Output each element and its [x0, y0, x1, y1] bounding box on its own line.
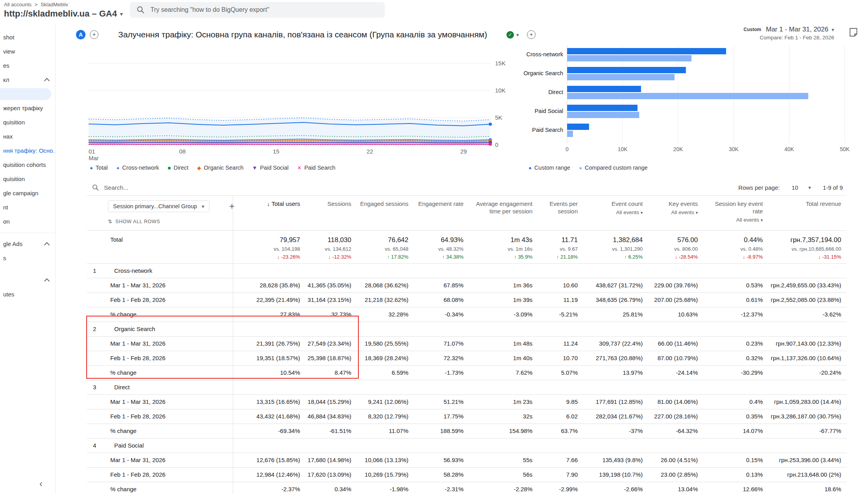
total-metric-cell: 576.00vs. 806.00↓ -28.54% [648, 230, 703, 263]
sidebar-collapse-button[interactable]: ‹ [39, 478, 43, 489]
dimension-selector[interactable]: Session primary...Channel Group ▾ [108, 200, 210, 212]
metric-cell: 32s [469, 409, 538, 424]
metric-cell: 10,066 (13.13%) [357, 453, 414, 467]
insights-icon[interactable] [848, 27, 859, 39]
metric-cell: 0.35% [703, 409, 768, 424]
row-label: Feb 1 - Feb 28, 2026 [87, 467, 233, 482]
metric-cell: 0.34% [306, 482, 357, 494]
group-header-row: 1Cross-network [87, 263, 847, 278]
date-range-picker[interactable]: Custom Mar 1 - Mar 31, 2026 ▾ Compare: F… [744, 26, 834, 41]
sidebar-item[interactable]: gle Ads [0, 237, 55, 251]
dimension-header-cell: Session primary...Channel Group ▾ + ⇅ SH… [87, 196, 233, 230]
add-comparison-button[interactable]: + [90, 30, 98, 39]
breadcrumb[interactable]: All accounts > SkladMebliv [4, 2, 122, 7]
metric-cell: -5.21% [538, 307, 583, 322]
sidebar-item[interactable]: нах [0, 130, 55, 144]
column-header[interactable]: Event countAll events ▾ [583, 196, 648, 230]
metric-cell: 12,984 (12.46%) [233, 467, 306, 482]
metric-cell: 23.00 (2.85%) [648, 467, 703, 482]
column-filter-dropdown[interactable]: All events ▾ [648, 209, 698, 216]
column-filter-dropdown[interactable]: All events ▾ [583, 209, 643, 216]
metric-cell: грн.1,059,283.00 (14.4%) [768, 394, 847, 409]
total-metric-cell: 11.71vs. 9.67↑ 21.18% [538, 230, 583, 263]
series-marker-icon: ● [117, 165, 120, 171]
compare-range: Compare: Feb 1 - Feb 28, 2026 [744, 35, 834, 41]
sidebar-item[interactable]: utes [0, 287, 55, 302]
sidebar-item[interactable]: es [0, 59, 55, 73]
sidebar-item[interactable]: кл [0, 73, 55, 87]
table-search-bar[interactable]: Search... Rows per page: 10 ▾ 1-9 of 9 [87, 180, 847, 196]
down-arrow-icon: ↓ [743, 254, 746, 260]
metric-cell: 19,351 (18.57%) [233, 351, 306, 365]
total-metric-cell: 0.44%vs. 0.48%↓ -8.97% [703, 230, 768, 263]
metric-cell: грн.2,459,655.00 (33.43%) [768, 278, 847, 292]
table-row: % change-69.34%-61.51%11.07%188.59%154.9… [87, 424, 847, 438]
breadcrumb-all-accounts[interactable]: All accounts [4, 2, 32, 7]
metric-cell: 7.62% [469, 365, 538, 380]
series-marker-icon: ◆ [197, 165, 201, 171]
column-header[interactable]: Key eventsAll events ▾ [648, 196, 703, 230]
svg-text:0: 0 [566, 146, 569, 152]
metric-cell: 9,241 (12.06%) [357, 394, 414, 409]
sidebar-item[interactable]: on [0, 215, 55, 229]
global-search-input[interactable]: Try searching "how to do BigQuery export… [130, 2, 385, 18]
search-icon [92, 184, 99, 191]
metric-cell: грн.2,552,085.00 (23.88%) [768, 292, 847, 307]
sidebar-item[interactable]: shot [0, 30, 55, 44]
column-header[interactable]: Sessions [306, 196, 357, 230]
sidebar-item[interactable]: gle campaign [0, 186, 55, 200]
metric-cell: 0.23% [703, 336, 768, 351]
group-label: 3Direct [87, 380, 233, 394]
show-all-rows-button[interactable]: ⇅ SHOW ALL ROWS [108, 218, 233, 224]
rows-per-page-select[interactable]: 10 ▾ [792, 184, 811, 191]
table-row: % change-2.37%0.34%-1.98%-2.31%-2.28%-2.… [87, 482, 847, 494]
group-header-row: 3Direct [87, 380, 847, 394]
metric-cell: 271,763 (20.88%) [583, 351, 648, 365]
legend-item: ●Cross-network [117, 165, 159, 171]
metric-cell: -20.24% [768, 365, 847, 380]
sidebar-item-selected[interactable] [0, 88, 51, 100]
sidebar-item[interactable]: quisition cohorts [0, 158, 55, 172]
metric-cell: 139,198 (10.7%) [583, 467, 648, 482]
column-header[interactable]: ↓ Total users [233, 196, 306, 230]
metric-cell: -2.99% [538, 482, 583, 494]
add-button[interactable]: + [527, 30, 536, 39]
sidebar-item[interactable]: жерел трафіку [0, 101, 55, 115]
metric-cell: 7.90 [538, 467, 583, 482]
column-header[interactable]: Engaged sessions [357, 196, 414, 230]
sidebar-item[interactable] [0, 273, 55, 287]
sidebar-item[interactable]: s [0, 251, 55, 265]
status-caret-icon: ▾ [516, 32, 519, 38]
up-arrow-icon: ↑ [442, 254, 445, 260]
svg-text:15: 15 [273, 148, 280, 155]
total-metric-cell: 1,382,684vs. 1,301,290↑ 6.25% [583, 230, 648, 263]
report-status-badge[interactable]: ✓ ▾ [506, 31, 519, 39]
sidebar-item[interactable]: quisition [0, 172, 55, 186]
property-selector[interactable]: http://skladmebliv.ua – GA4 ▾ [4, 9, 122, 19]
metric-cell: 13.97% [583, 365, 648, 380]
metric-cell: 438,627 (31.72%) [583, 278, 648, 292]
sidebar-item[interactable]: quisition [0, 115, 55, 130]
column-header[interactable]: Session key event rateAll events ▾ [703, 196, 768, 230]
metric-cell: 229.00 (39.76%) [648, 278, 703, 292]
column-header[interactable]: Average engagement time per session [469, 196, 538, 230]
up-arrow-icon: ↑ [624, 254, 627, 260]
column-header[interactable]: Events per session [538, 196, 583, 230]
row-label: Mar 1 - Mar 31, 2026 [87, 336, 233, 351]
group-label: 2Organic Search [87, 322, 233, 336]
sidebar-item[interactable]: ння трафіку: Осно... [0, 144, 55, 158]
sidebar-item[interactable]: view [0, 44, 55, 59]
metric-cell: 348,635 (26.79%) [583, 292, 648, 307]
column-header[interactable]: Total revenue [768, 196, 847, 230]
breadcrumb-account[interactable]: SkladMebliv [41, 2, 68, 7]
add-secondary-dimension-button[interactable]: + [229, 201, 235, 212]
svg-text:5K: 5K [495, 114, 502, 121]
metric-cell: 177,691 (12.85%) [583, 394, 648, 409]
column-filter-dropdown[interactable]: All events ▾ [703, 217, 763, 224]
sidebar-item[interactable]: nt [0, 200, 55, 215]
avatar[interactable]: A [76, 30, 85, 39]
metric-cell: 14.07% [703, 424, 768, 438]
report-title: Залучення трафіку: Основна група каналів… [118, 30, 487, 39]
sidebar: shotviewesклжерел трафікуquisitionнахння… [0, 25, 56, 494]
column-header[interactable]: Engagement rate [414, 196, 469, 230]
